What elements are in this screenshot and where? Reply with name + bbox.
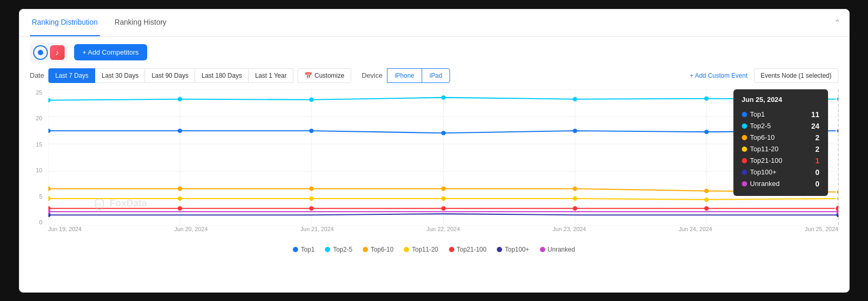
legend-dot-unranked — [540, 247, 545, 252]
chart-svg — [48, 89, 839, 226]
events-node-button[interactable]: Events Node (1 selected) — [754, 68, 839, 83]
date-label: Date — [30, 71, 44, 79]
x-label-0: Jun 19, 2024 — [48, 226, 82, 232]
collapse-button[interactable]: ⌃ — [834, 18, 841, 28]
svg-point-34 — [48, 196, 50, 200]
tooltip-dot-top100plus — [742, 170, 747, 175]
date-filter-last1year[interactable]: Last 1 Year — [248, 68, 293, 83]
chart-area: 25 20 15 10 5 0 — [19, 89, 849, 255]
legend-top100plus: Top100+ — [497, 246, 529, 253]
svg-point-22 — [309, 128, 313, 132]
tooltip-row-unranked: Unranked 0 — [742, 178, 820, 190]
tooltip-dot-top1 — [742, 112, 747, 117]
svg-point-32 — [704, 189, 709, 193]
svg-point-21 — [177, 128, 182, 132]
watermark: FD FoxData — [93, 198, 147, 210]
svg-point-15 — [309, 97, 313, 101]
svg-point-36 — [309, 196, 313, 200]
legend-top1: Top1 — [293, 246, 314, 253]
date-filter-last30[interactable]: Last 30 Days — [95, 68, 145, 83]
svg-point-24 — [573, 128, 577, 132]
legend-top2-5: Top2-5 — [325, 246, 352, 253]
add-competitors-button[interactable]: + Add Competitors — [74, 44, 147, 60]
svg-point-28 — [177, 186, 182, 191]
chart-container: 25 20 15 10 5 0 — [30, 89, 839, 242]
svg-point-31 — [573, 186, 577, 191]
tooltip-row-top6-10: Top6-10 2 — [742, 132, 820, 143]
chart-svg-container — [48, 89, 839, 226]
tooltip-value-top6-10: 2 — [815, 133, 820, 142]
svg-point-14 — [177, 97, 182, 101]
tooltip-value-unranked: 0 — [815, 180, 820, 188]
svg-point-44 — [441, 206, 446, 210]
filters-row: Date Last 7 Days Last 30 Days Last 90 Da… — [19, 68, 849, 89]
right-actions: + Add Custom Event Events Node (1 select… — [690, 68, 838, 83]
circle-inner — [38, 50, 43, 55]
legend-dot-top21-100 — [449, 247, 454, 252]
toolbar: ♪ + Add Competitors — [19, 37, 849, 68]
svg-point-39 — [704, 197, 709, 201]
y-axis: 25 20 15 10 5 0 — [30, 89, 46, 226]
svg-point-20 — [48, 128, 50, 132]
x-label-1: Jun 20, 2024 — [174, 226, 208, 232]
foxdata-logo-icon: FD — [93, 198, 106, 210]
svg-point-50 — [48, 209, 50, 213]
tooltip-value-top21-100: 1 — [815, 157, 820, 165]
date-filter-last90[interactable]: Last 90 Days — [145, 68, 195, 83]
customize-button[interactable]: 📅 Customize — [298, 68, 351, 83]
x-label-4: Jun 23, 2024 — [553, 226, 586, 232]
tooltip-box: Jun 25, 2024 Top1 11 Top2-5 24 — [733, 89, 828, 196]
svg-point-38 — [573, 196, 577, 200]
svg-point-29 — [309, 186, 313, 191]
svg-point-27 — [48, 186, 50, 191]
svg-point-37 — [441, 196, 446, 200]
svg-point-13 — [48, 98, 50, 102]
date-filter-last180[interactable]: Last 180 Days — [195, 68, 249, 83]
svg-point-25 — [704, 129, 709, 133]
x-label-5: Jun 24, 2024 — [679, 226, 712, 232]
tooltip-dot-top6-10 — [742, 135, 747, 140]
svg-point-23 — [441, 131, 446, 135]
tooltip-row-top100plus: Top100+ 0 — [742, 167, 820, 178]
tab-ranking-distribution[interactable]: Ranking Distribution — [30, 9, 100, 36]
svg-point-43 — [309, 206, 313, 210]
legend-dot-top100plus — [497, 247, 502, 252]
svg-point-16 — [441, 95, 446, 99]
svg-point-17 — [573, 97, 577, 101]
legend-top6-10: Top6-10 — [363, 246, 393, 253]
legend-dot-top2-5 — [325, 247, 330, 252]
tabs-header: Ranking Distribution Ranking History ⌃ — [19, 9, 849, 37]
add-custom-event-button[interactable]: + Add Custom Event — [690, 72, 748, 79]
legend-dot-top6-10 — [363, 247, 368, 252]
date-filter-last7[interactable]: Last 7 Days — [48, 68, 95, 83]
legend-top21-100: Top21-100 — [449, 246, 487, 253]
device-iphone-button[interactable]: iPhone — [387, 68, 422, 83]
tooltip-row-top2-5: Top2-5 24 — [742, 120, 820, 132]
tooltip-value-top11-20: 2 — [815, 145, 820, 153]
legend-dot-top11-20 — [404, 247, 409, 252]
tooltip-date: Jun 25, 2024 — [742, 96, 820, 103]
tooltip-dot-top11-20 — [742, 147, 747, 152]
tooltip-row-top21-100: Top21-100 1 — [742, 155, 820, 167]
x-label-6: Jun 25, 2024 — [805, 226, 839, 232]
tooltip-value-top100plus: 0 — [815, 168, 820, 177]
tooltip-dot-top21-100 — [742, 158, 747, 163]
tooltip-row-top1: Top1 11 — [742, 109, 820, 120]
device-ipad-button[interactable]: iPad — [422, 68, 450, 83]
chart-legend: Top1 Top2-5 Top6-10 Top11-20 Top21-100 T… — [30, 242, 839, 255]
svg-point-46 — [704, 206, 709, 210]
music-app-icon[interactable]: ♪ — [50, 45, 65, 60]
app-icons-group: ♪ — [30, 43, 68, 62]
svg-point-45 — [573, 206, 577, 210]
circle-app-icon[interactable] — [33, 45, 48, 60]
legend-top11-20: Top11-20 — [404, 246, 438, 253]
tab-ranking-history[interactable]: Ranking History — [113, 9, 169, 36]
svg-point-42 — [177, 206, 182, 210]
x-axis: Jun 19, 2024 Jun 20, 2024 Jun 21, 2024 J… — [48, 226, 839, 242]
svg-point-18 — [704, 96, 709, 100]
tooltip-dot-top2-5 — [742, 123, 747, 129]
tooltip-value-top1: 11 — [811, 110, 820, 119]
svg-point-35 — [177, 196, 182, 200]
tooltip-row-top11-20: Top11-20 2 — [742, 143, 820, 155]
svg-point-30 — [441, 186, 446, 191]
